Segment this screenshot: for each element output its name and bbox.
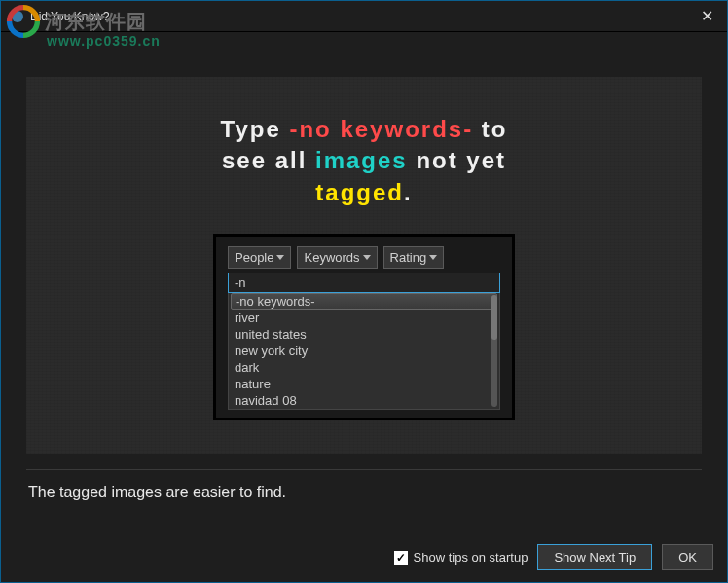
dropdown-item[interactable]: dark: [229, 359, 499, 376]
keywords-filter-button[interactable]: Keywords: [297, 246, 377, 269]
ok-button[interactable]: OK: [662, 544, 713, 570]
titlebar: Did You Know? ✕: [1, 1, 727, 32]
divider: [26, 469, 702, 470]
keywords-filter-label: Keywords: [304, 250, 359, 265]
scrollbar[interactable]: [491, 295, 497, 407]
dropdown-item[interactable]: united states: [229, 326, 499, 343]
people-filter-button[interactable]: People: [228, 246, 291, 269]
app-icon: [11, 10, 24, 23]
dropdown-item[interactable]: river: [229, 310, 499, 326]
dropdown-item[interactable]: -no keywords-: [231, 293, 497, 310]
dropdown-item[interactable]: navidad 08: [229, 392, 499, 409]
dropdown-item[interactable]: new york city: [229, 343, 499, 359]
tip-panel: Type -no keywords- tosee all images not …: [26, 77, 702, 454]
dialog-footer: ✓ Show tips on startup Show Next Tip OK: [1, 536, 727, 582]
show-tips-checkbox[interactable]: ✓ Show tips on startup: [394, 550, 528, 565]
rating-filter-label: Rating: [390, 250, 427, 265]
chevron-down-icon: [429, 255, 437, 260]
dialog-window: Did You Know? ✕ Type -no keywords- tosee…: [0, 0, 728, 583]
tip-headline: Type -no keywords- tosee all images not …: [221, 114, 508, 208]
keywords-dropdown[interactable]: -no keywords-riverunited statesnew york …: [228, 293, 500, 410]
svg-point-0: [12, 11, 23, 22]
checkbox-icon: ✓: [394, 551, 408, 565]
show-tips-label: Show tips on startup: [414, 550, 528, 565]
dropdown-item[interactable]: nature: [229, 376, 499, 392]
rating-filter-button[interactable]: Rating: [383, 246, 445, 269]
close-button[interactable]: ✕: [695, 7, 719, 25]
search-input[interactable]: -n: [228, 273, 500, 293]
filter-demo: People Keywords Rating -n -no keyword: [213, 234, 515, 420]
tip-caption: The tagged images are easier to find.: [26, 482, 702, 517]
show-next-tip-button[interactable]: Show Next Tip: [537, 544, 652, 570]
people-filter-label: People: [235, 250, 273, 265]
chevron-down-icon: [363, 255, 371, 260]
window-title: Did You Know?: [30, 10, 109, 23]
chevron-down-icon: [276, 255, 284, 260]
